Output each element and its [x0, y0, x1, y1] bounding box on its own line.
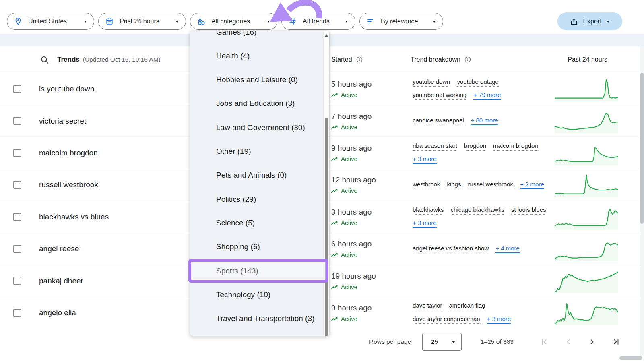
started-time: 6 hours ago — [331, 240, 372, 248]
row-checkbox[interactable] — [13, 181, 21, 189]
category-option[interactable]: Science (5) — [190, 211, 324, 235]
category-option[interactable]: Jobs and Education (3) — [190, 91, 324, 115]
sparkline-chart — [555, 269, 618, 293]
sort-filter-label: By relevance — [381, 18, 427, 25]
breakdown-term[interactable]: dave taylor — [413, 302, 442, 310]
breakdown-term[interactable]: malcom brogdon — [493, 142, 538, 151]
breakdown-term[interactable]: dave taylor congressman — [413, 315, 480, 324]
category-option[interactable]: Law and Government (30) — [190, 116, 324, 139]
more-link[interactable]: + 3 more — [413, 155, 437, 164]
category-option[interactable]: Sports (143) — [190, 259, 324, 283]
rows-per-page-select[interactable]: 25 — [422, 333, 462, 351]
status-label: Active — [341, 315, 357, 322]
status-label: Active — [341, 187, 357, 194]
started-time: 19 hours ago — [331, 272, 376, 281]
category-option-label: Travel and Transportation (3) — [216, 314, 314, 323]
category-option[interactable]: Hobbies and Leisure (0) — [190, 68, 324, 91]
row-checkbox[interactable] — [13, 213, 21, 221]
info-icon[interactable] — [464, 56, 471, 63]
trending-up-icon — [331, 252, 338, 257]
category-option[interactable]: Games (16) — [190, 31, 324, 44]
category-filter-button[interactable]: All categories — [190, 13, 277, 30]
trend-type-filter-button[interactable]: All trends — [281, 13, 355, 30]
scrollbar-up-arrow-icon[interactable] — [325, 34, 328, 37]
row-checkbox[interactable] — [13, 117, 21, 125]
breakdown-term[interactable]: westbrook — [413, 181, 440, 189]
trend-breakdown-cell: blackhawkschicago blackhawksst louis blu… — [413, 201, 554, 233]
search-icon[interactable] — [40, 55, 50, 65]
category-option[interactable]: Technology (10) — [190, 283, 324, 306]
category-option[interactable]: Shopping (6) — [190, 235, 324, 259]
table-title: Trends (Updated Oct 16, 10:15 AM) — [57, 46, 161, 73]
first-page-icon[interactable] — [539, 337, 549, 347]
breakdown-term[interactable]: youtube not working — [413, 91, 466, 100]
export-button[interactable]: Export — [557, 12, 622, 30]
status-badge: Active — [331, 187, 376, 194]
trends-title: Trends — [57, 56, 80, 64]
breakdown-term[interactable]: angel reese vs fashion show — [413, 245, 489, 253]
categories-icon — [197, 17, 206, 26]
next-page-icon[interactable] — [587, 337, 597, 347]
category-option-label: Health (4) — [216, 52, 250, 60]
sort-filter-button[interactable]: By relevance — [359, 13, 443, 30]
status-label: Active — [341, 219, 357, 226]
breakdown-term[interactable]: candice swanepoel — [413, 117, 464, 125]
status-badge: Active — [331, 283, 376, 290]
breakdown-term[interactable]: chicago blackhawks — [451, 206, 504, 215]
started-time: 5 hours ago — [331, 80, 372, 89]
category-option[interactable]: Travel and Transportation (3) — [190, 306, 324, 330]
breakdown-term[interactable]: youtube down — [413, 78, 450, 87]
category-option[interactable]: Other (19) — [190, 139, 324, 163]
started-cell: 9 hours ago Active — [331, 137, 372, 169]
status-badge: Active — [331, 315, 372, 322]
breakdown-term[interactable]: american flag — [449, 302, 485, 310]
status-badge: Active — [331, 91, 372, 98]
last-page-icon[interactable] — [611, 337, 621, 347]
more-link[interactable]: + 4 more — [495, 245, 520, 253]
trend-breakdown-cell: nba season startbrogdonmalcom brogdon+ 3… — [413, 137, 554, 169]
row-checkbox[interactable] — [13, 85, 21, 93]
more-link[interactable]: + 80 more — [471, 117, 498, 125]
more-link[interactable]: + 3 more — [413, 219, 437, 228]
category-option-label: Politics (29) — [216, 195, 256, 203]
dropdown-scrollbar[interactable] — [323, 31, 329, 336]
horizontal-scrollbar-thumb[interactable] — [619, 356, 642, 360]
breakdown-term[interactable]: nba season start — [413, 142, 457, 151]
previous-page-icon[interactable] — [564, 337, 573, 347]
trend-name: malcolm brogdon — [39, 137, 98, 169]
trend-breakdown-cell: angel reese vs fashion show+ 4 more — [413, 233, 554, 265]
breakdown-term[interactable]: blackhawks — [413, 206, 444, 215]
category-option[interactable]: Health (4) — [190, 44, 324, 68]
category-option[interactable]: Politics (29) — [190, 187, 324, 211]
breakdown-term[interactable]: st louis blues — [511, 206, 546, 215]
row-checkbox[interactable] — [13, 309, 21, 317]
row-checkbox[interactable] — [13, 277, 21, 285]
status-badge: Active — [331, 219, 372, 226]
dropdown-scrollbar-thumb[interactable] — [325, 118, 328, 336]
location-filter-button[interactable]: United States — [7, 13, 94, 30]
more-link[interactable]: + 79 more — [473, 91, 501, 100]
sparkline-chart — [555, 173, 618, 197]
rows-per-page-label: Rows per page — [369, 329, 411, 355]
location-filter-label: United States — [28, 18, 78, 25]
column-header-past24: Past 24 hours — [568, 46, 607, 73]
started-header-label: Started — [331, 56, 352, 63]
started-time: 7 hours ago — [331, 112, 372, 121]
more-link[interactable]: + 2 more — [520, 181, 544, 189]
breakdown-term[interactable]: youtube outage — [457, 78, 498, 87]
trending-up-icon — [331, 156, 338, 161]
breakdown-term[interactable]: brogdon — [464, 142, 486, 151]
breakdown-term[interactable]: kings — [447, 181, 461, 189]
info-icon[interactable] — [356, 56, 363, 63]
category-dropdown-menu: Games (16) Health (4) Hobbies and Leisur… — [190, 31, 329, 336]
page-scrollbar-thumb[interactable] — [640, 73, 644, 224]
time-filter-button[interactable]: Past 24 hours — [98, 13, 186, 30]
row-checkbox[interactable] — [13, 245, 21, 253]
more-link[interactable]: + 3 more — [487, 315, 511, 324]
chevron-down-icon — [607, 21, 610, 23]
row-checkbox[interactable] — [13, 149, 21, 157]
category-option-label: Shopping (6) — [216, 242, 260, 251]
breakdown-term[interactable]: russel westbrook — [468, 181, 513, 189]
category-option[interactable]: Pets and Animals (0) — [190, 163, 324, 187]
started-cell: 9 hours ago Active — [331, 297, 372, 329]
